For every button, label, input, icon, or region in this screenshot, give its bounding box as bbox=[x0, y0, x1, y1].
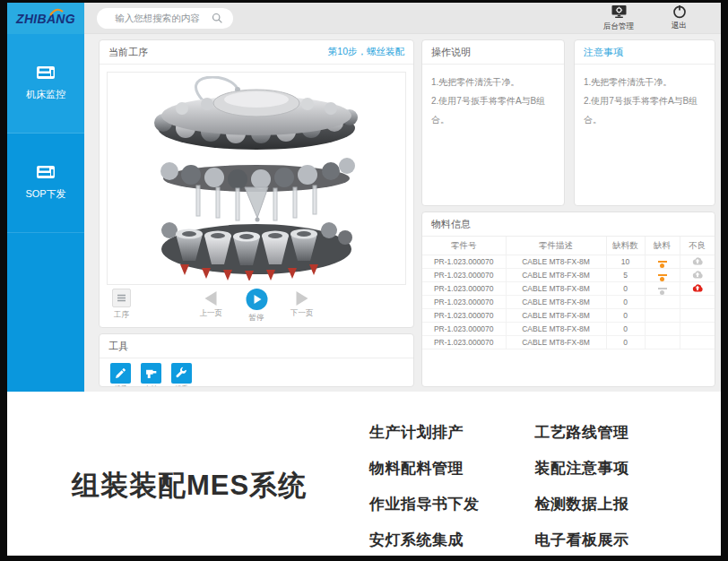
tool-label: 起子 bbox=[114, 384, 127, 387]
material-row: PR-1.023.000070CABLE MT8-FX-8M0 bbox=[422, 336, 715, 350]
part-description-cell: CABLE MT8-FX-8M bbox=[506, 255, 606, 269]
defect-report-cell[interactable] bbox=[680, 282, 715, 296]
pause-button[interactable]: 暂停 bbox=[246, 289, 267, 324]
footer-title: 组装装配MES系统 bbox=[72, 467, 307, 505]
feature-item: 电子看板展示 bbox=[535, 530, 629, 550]
part-description-cell: CABLE MT8-FX-8M bbox=[506, 336, 606, 350]
defect-report-cell bbox=[680, 323, 715, 336]
admin-button[interactable]: 后台管理 bbox=[603, 4, 634, 32]
instruction-line: 2.使用7号扳手将零件A与B组合。 bbox=[584, 91, 706, 129]
sidebar-item-machine-monitor[interactable]: 机床监控 bbox=[7, 34, 84, 134]
shortage-qty-cell: 0 bbox=[606, 296, 645, 309]
logo-text: ZHIBANG bbox=[16, 12, 75, 26]
notices-header: 注意事项 bbox=[575, 40, 715, 65]
shortage-qty-cell: 5 bbox=[606, 269, 645, 282]
defect-report-cell bbox=[680, 336, 715, 350]
prev-page-button[interactable]: 上一页 bbox=[200, 289, 223, 319]
wrench-icon bbox=[171, 363, 192, 384]
search-input[interactable] bbox=[108, 12, 208, 24]
call-material-cell bbox=[645, 323, 680, 336]
tool-wrench[interactable]: 扳手 bbox=[171, 363, 192, 387]
instructions-header: 操作说明 bbox=[422, 40, 564, 65]
notices-title: 注意事项 bbox=[584, 46, 623, 59]
shortage-qty-cell: 10 bbox=[606, 255, 645, 269]
sidebar-item-sop-dispatch[interactable]: SOP下发 bbox=[7, 134, 84, 233]
feature-item: 检测数据上报 bbox=[535, 494, 629, 514]
defect-upload-icon[interactable] bbox=[691, 283, 704, 293]
call-material-cell[interactable] bbox=[645, 269, 680, 282]
tools-panel: 工具 起子电钻扳手 bbox=[99, 333, 414, 387]
next-page-button[interactable]: 下一页 bbox=[290, 289, 314, 319]
material-row: PR-1.023.000070CABLE MT8-FX-8M0 bbox=[422, 309, 715, 323]
call-material-icon[interactable] bbox=[658, 288, 667, 295]
column-header: 零件号 bbox=[422, 237, 506, 255]
logout-button-label: 退出 bbox=[672, 21, 687, 31]
tool-label: 电钻 bbox=[144, 384, 158, 387]
screwdriver-icon bbox=[110, 363, 131, 384]
tool-screwdriver[interactable]: 起子 bbox=[110, 363, 131, 387]
column-header: 缺料 bbox=[645, 237, 680, 255]
instructions-panel: 操作说明 1.先把零件清洗干净。2.使用7号扳手将零件A与B组合。 bbox=[421, 39, 565, 206]
tools-title: 工具 bbox=[108, 340, 128, 353]
feature-column-2: 工艺路线管理装配注意事项检测数据上报电子看板展示 bbox=[535, 422, 629, 550]
feature-column-1: 生产计划排产物料配料管理作业指导书下发安灯系统集成 bbox=[369, 422, 480, 550]
part-number-cell: PR-1.023.000070 bbox=[422, 282, 506, 296]
tool-label: 扳手 bbox=[175, 384, 188, 387]
materials-header-row: 零件号零件描述缺料数缺料不良 bbox=[422, 237, 715, 255]
defect-upload-icon[interactable] bbox=[691, 256, 704, 266]
column-header: 零件描述 bbox=[506, 237, 606, 255]
sidebar: ZHIBANG 机床监控SOP下发 bbox=[7, 3, 84, 392]
prev-icon bbox=[205, 291, 217, 306]
defect-report-cell[interactable] bbox=[680, 269, 715, 282]
logout-button[interactable]: 退出 bbox=[672, 4, 687, 32]
call-material-cell bbox=[645, 309, 680, 323]
process-image-box bbox=[107, 72, 406, 285]
call-material-icon[interactable] bbox=[658, 261, 667, 268]
pause-label: 暂停 bbox=[249, 313, 264, 324]
feature-item: 安灯系统集成 bbox=[369, 530, 480, 550]
column-header: 不良 bbox=[680, 237, 715, 255]
notices-body: 1.先把零件清洗干净。2.使用7号扳手将零件A与B组合。 bbox=[575, 65, 715, 137]
instruction-line: 1.先把零件清洗干净。 bbox=[584, 73, 706, 91]
materials-table-body: PR-1.023.000070CABLE MT8-FX-8M10PR-1.023… bbox=[422, 255, 715, 350]
machine-icon bbox=[36, 165, 56, 179]
topbar-actions: 后台管理 退出 bbox=[603, 4, 687, 32]
tools-header: 工具 bbox=[100, 334, 413, 358]
admin-button-label: 后台管理 bbox=[603, 22, 634, 32]
tool-drill[interactable]: 电钻 bbox=[141, 363, 161, 387]
part-number-cell: PR-1.023.000070 bbox=[422, 296, 506, 309]
tools-list: 起子电钻扳手 bbox=[100, 358, 413, 387]
column-header: 缺料数 bbox=[606, 237, 645, 255]
instructions-body: 1.先把零件清洗干净。2.使用7号扳手将零件A与B组合。 bbox=[422, 65, 564, 137]
prev-page-label: 上一页 bbox=[200, 308, 223, 319]
current-process-header: 当前工序 第10步，螺丝装配 bbox=[100, 40, 413, 65]
drill-icon bbox=[141, 363, 161, 384]
power-icon bbox=[672, 4, 687, 19]
shortage-qty-cell: 0 bbox=[606, 323, 645, 336]
search-box[interactable] bbox=[97, 8, 233, 29]
materials-table-head: 零件号零件描述缺料数缺料不良 bbox=[422, 237, 715, 255]
shortage-qty-cell: 0 bbox=[606, 336, 645, 350]
part-description-cell: CABLE MT8-FX-8M bbox=[506, 309, 606, 323]
feature-item: 工艺路线管理 bbox=[535, 422, 629, 443]
mes-app-window: ZHIBANG 机床监控SOP下发 bbox=[7, 3, 721, 392]
defect-report-cell[interactable] bbox=[680, 255, 715, 269]
part-number-cell: PR-1.023.000070 bbox=[422, 255, 506, 269]
material-row: PR-1.023.000070CABLE MT8-FX-8M0 bbox=[422, 296, 715, 309]
part-number-cell: PR-1.023.000070 bbox=[422, 323, 506, 336]
instructions-title: 操作说明 bbox=[431, 46, 471, 59]
main-area: 后台管理 退出 当前工序 第10步，螺丝装配 bbox=[84, 3, 721, 392]
call-material-cell[interactable] bbox=[645, 255, 680, 269]
defect-upload-icon[interactable] bbox=[691, 270, 704, 280]
current-step-link[interactable]: 第10步，螺丝装配 bbox=[328, 46, 404, 58]
call-material-cell[interactable] bbox=[645, 282, 680, 296]
call-material-cell bbox=[645, 296, 680, 309]
part-description-cell: CABLE MT8-FX-8M bbox=[506, 323, 606, 336]
materials-header: 物料信息 bbox=[422, 212, 715, 237]
part-number-cell: PR-1.023.000070 bbox=[422, 309, 506, 323]
feature-item: 装配注意事项 bbox=[535, 458, 629, 479]
call-material-icon[interactable] bbox=[658, 274, 667, 281]
process-list-button[interactable]: 工序 bbox=[112, 289, 131, 321]
part-description-cell: CABLE MT8-FX-8M bbox=[506, 282, 606, 296]
machine-icon bbox=[36, 65, 56, 80]
